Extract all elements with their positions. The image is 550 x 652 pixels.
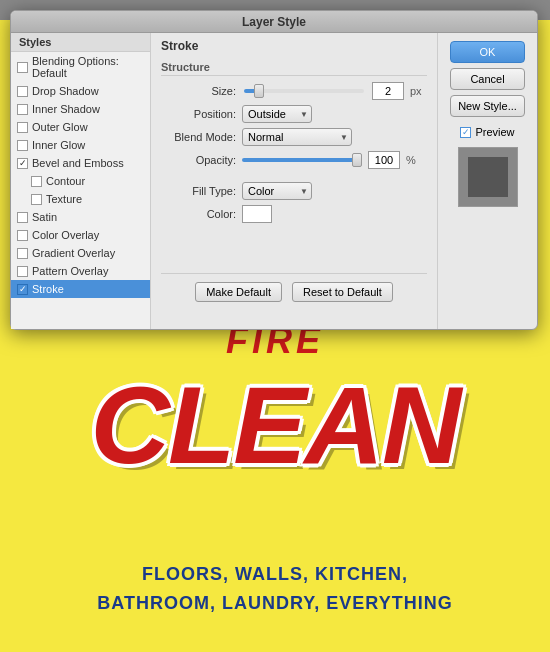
fill-type-select[interactable]: Color ▼ [242,182,312,200]
style-label-gradient-overlay: Gradient Overlay [32,247,115,259]
preview-inner [468,157,508,197]
styles-panel: Styles Blending Options: Default Drop Sh… [11,33,151,329]
style-label-inner-shadow: Inner Shadow [32,103,100,115]
preview-row: Preview [450,126,525,138]
style-item-texture[interactable]: Texture [11,190,150,208]
preview-box [458,147,518,207]
style-item-outer-glow[interactable]: Outer Glow [11,118,150,136]
checkbox-drop-shadow[interactable] [17,86,28,97]
buttons-panel: OK Cancel New Style... Preview [437,33,537,329]
style-label-texture: Texture [46,193,82,205]
right-section: Stroke Structure Size: px Position: Outs… [151,33,537,329]
style-item-contour[interactable]: Contour [11,172,150,190]
fill-type-label: Fill Type: [161,185,236,197]
opacity-label: Opacity: [161,154,236,166]
stroke-content: Stroke Structure Size: px Position: Outs… [151,33,437,329]
blend-mode-value: Normal [248,131,283,143]
style-item-satin[interactable]: Satin [11,208,150,226]
style-label-inner-glow: Inner Glow [32,139,85,151]
checkbox-stroke[interactable]: ✓ [17,284,28,295]
opacity-input[interactable] [368,151,400,169]
checkbox-pattern-overlay[interactable] [17,266,28,277]
make-default-button[interactable]: Make Default [195,282,282,302]
style-label-outer-glow: Outer Glow [32,121,88,133]
color-swatch[interactable] [242,205,272,223]
position-label: Position: [161,108,236,120]
style-label-stroke: Stroke [32,283,64,295]
position-value: Outside [248,108,286,120]
style-item-blending[interactable]: Blending Options: Default [11,52,150,82]
blend-mode-row: Blend Mode: Normal ▼ [161,128,427,146]
ok-button[interactable]: OK [450,41,525,63]
preview-checkbox[interactable] [460,127,471,138]
bottom-buttons: Make Default Reset to Default [161,273,427,308]
style-label-pattern-overlay: Pattern Overlay [32,265,108,277]
blend-mode-label: Blend Mode: [161,131,236,143]
style-label-blending: Blending Options: Default [32,55,142,79]
cancel-button[interactable]: Cancel [450,68,525,90]
new-style-button[interactable]: New Style... [450,95,525,117]
size-slider-thumb[interactable] [254,84,264,98]
checkbox-color-overlay[interactable] [17,230,28,241]
color-row: Color: [161,205,427,223]
preview-label: Preview [475,126,514,138]
style-item-stroke[interactable]: ✓ Stroke [11,280,150,298]
style-label-bevel-emboss: Bevel and Emboss [32,157,124,169]
size-slider[interactable] [244,89,364,93]
checkbox-contour[interactable] [31,176,42,187]
size-unit: px [410,85,422,97]
style-item-inner-glow[interactable]: Inner Glow [11,136,150,154]
opacity-slider[interactable] [242,158,362,162]
style-label-contour: Contour [46,175,85,187]
color-label: Color: [161,208,236,220]
checkbox-bevel-emboss[interactable]: ✓ [17,158,28,169]
fill-type-value: Color [248,185,274,197]
style-item-inner-shadow[interactable]: Inner Shadow [11,100,150,118]
style-item-pattern-overlay[interactable]: Pattern Overlay [11,262,150,280]
size-row: Size: px [161,82,427,100]
checkbox-outer-glow[interactable] [17,122,28,133]
position-arrow-icon: ▼ [300,110,308,119]
style-item-drop-shadow[interactable]: Drop Shadow [11,82,150,100]
checkbox-inner-shadow[interactable] [17,104,28,115]
position-row: Position: Outside ▼ [161,105,427,123]
style-label-color-overlay: Color Overlay [32,229,99,241]
style-item-color-overlay[interactable]: Color Overlay [11,226,150,244]
position-select[interactable]: Outside ▼ [242,105,312,123]
opacity-unit: % [406,154,416,166]
fill-type-arrow-icon: ▼ [300,187,308,196]
dialog-title: Layer Style [242,15,306,29]
structure-subtitle: Structure [161,61,427,76]
blend-mode-select[interactable]: Normal ▼ [242,128,352,146]
checkbox-satin[interactable] [17,212,28,223]
stroke-section-title: Stroke [161,39,427,53]
size-label: Size: [161,85,236,97]
bg-clean-text: CLEAN [0,370,550,480]
style-label-satin: Satin [32,211,57,223]
dialog-body: Styles Blending Options: Default Drop Sh… [11,33,537,329]
opacity-row: Opacity: % [161,151,427,169]
dialog-titlebar: Layer Style [11,11,537,33]
blend-mode-arrow-icon: ▼ [340,133,348,142]
checkbox-gradient-overlay[interactable] [17,248,28,259]
opacity-thumb[interactable] [352,153,362,167]
styles-panel-header: Styles [11,33,150,52]
layer-style-dialog: Layer Style Styles Blending Options: Def… [10,10,538,330]
checkbox-texture[interactable] [31,194,42,205]
reset-default-button[interactable]: Reset to Default [292,282,393,302]
bg-subtitle: FLOORS, WALLS, KITCHEN, BATHROOM, LAUNDR… [0,560,550,618]
checkbox-blending[interactable] [17,62,28,73]
checkbox-inner-glow[interactable] [17,140,28,151]
style-label-drop-shadow: Drop Shadow [32,85,99,97]
size-input[interactable] [372,82,404,100]
style-item-bevel-emboss[interactable]: ✓ Bevel and Emboss [11,154,150,172]
fill-type-row: Fill Type: Color ▼ [161,182,427,200]
style-item-gradient-overlay[interactable]: Gradient Overlay [11,244,150,262]
